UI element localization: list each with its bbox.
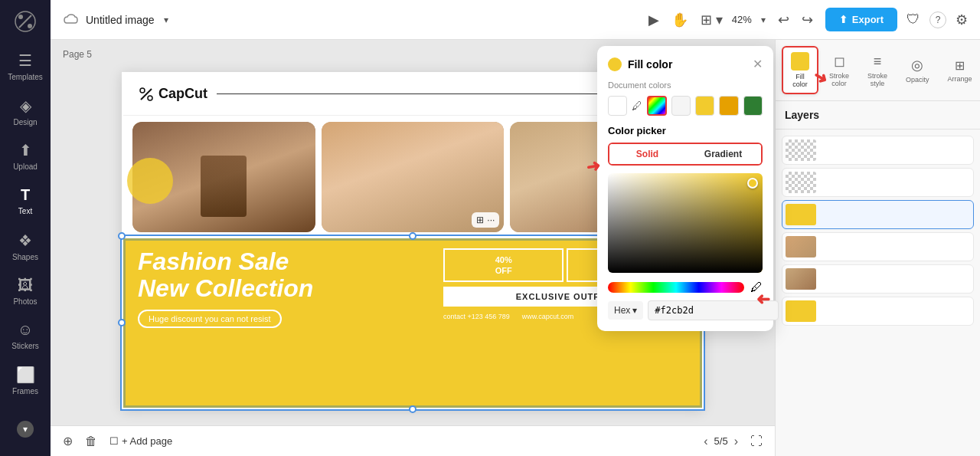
gradient-canvas [608,173,763,273]
redo-button[interactable]: ↪ [799,8,816,31]
swatch-light[interactable] [671,96,691,116]
popup-header: Fill color ✕ [608,57,763,71]
swatch-yellow[interactable] [695,96,714,116]
doc-colors-label: Document colors [608,80,763,90]
layer-thumb-photo2 [786,268,816,290]
trash-button[interactable]: 🗑 [85,435,97,448]
export-button[interactable]: ⬆ Export [825,8,897,31]
file-title-dropdown[interactable]: ▾ [161,11,172,28]
swatch-white[interactable] [608,96,627,116]
swatch-green[interactable] [743,96,763,116]
next-page-button[interactable]: › [734,435,738,448]
layer-thumb-yellow2 [786,300,816,322]
sidebar-item-text[interactable]: T Text [4,180,47,222]
layer-item[interactable] [782,297,974,326]
export-label: Export [852,14,884,25]
svg-point-4 [140,88,145,93]
sidebar-item-shapes[interactable]: ❖ Shapes [4,225,47,267]
cloud-icon [63,11,80,28]
layer-item[interactable] [782,136,974,165]
fill-color-title: Fill color [628,58,672,71]
color-picker-label: Color picker [608,125,763,136]
popup-title: Fill color [608,57,672,71]
close-popup-button[interactable]: ✕ [753,57,763,71]
tab-opacity[interactable]: ◎ Opacity [898,52,937,88]
sidebar-item-label: Frames [12,387,38,395]
photo-actions: ⊞ ··· [472,212,499,228]
color-dot [608,57,622,71]
topbar-center: ▶ ✋ ⊞ ▾ 42% ▾ ↩ ↪ [645,8,816,31]
undo-button[interactable]: ↩ [775,8,792,31]
add-page-button[interactable]: ☐ + Add page [109,435,172,447]
templates-icon: ☰ [18,51,32,70]
app-logo[interactable] [10,6,41,36]
promo1-line2: OFF [449,265,558,276]
swatch-orange[interactable] [719,96,738,116]
hue-slider[interactable] [608,282,744,293]
sidebar-item-label: Text [18,207,32,215]
svg-point-5 [148,96,152,100]
brand-logo: CapCut [139,86,207,102]
left-sidebar: ☰ Templates ◈ Design ⬆ Upload T Text ❖ S… [0,0,51,456]
sidebar-item-more[interactable]: ▾ [4,408,47,450]
shapes-icon: ❖ [18,231,32,250]
banner-divider [217,93,606,94]
contact-text: contact +123 456 789 [443,313,510,320]
stroke-color-tab-icon: ◻ [834,53,845,70]
tab-fill-color[interactable]: Fillcolor [782,46,818,94]
more-icon: ··· [487,215,495,225]
duplicate-button[interactable]: ⊕ [63,434,73,448]
hex-dropdown-arrow: ▾ [632,305,637,316]
page-label: Page 5 [63,49,92,60]
settings-icon[interactable]: ⚙ [956,11,968,28]
solid-gradient-toggle: Solid Gradient [608,143,763,166]
export-icon: ⬆ [839,14,848,25]
sidebar-item-frames[interactable]: ⬜ Frames [4,360,47,402]
tab-stroke-style-label: Strokestyle [867,72,887,87]
tab-stroke-style[interactable]: ≡ Strokestyle [860,49,895,92]
hand-tool-button[interactable]: ✋ [668,8,691,31]
prev-page-button[interactable]: ‹ [704,435,707,448]
layer-item[interactable] [782,264,974,294]
layout-button[interactable]: ⊞ ▾ [697,8,726,31]
photos-icon: 🖼 [18,277,33,294]
stickers-icon: ☺ [18,321,33,339]
eyedropper-small-icon[interactable]: 🖊 [632,100,642,112]
swatch-rainbow[interactable] [647,96,666,116]
sidebar-item-upload[interactable]: ⬆ Upload [4,135,47,177]
page-count: 5/5 [714,435,728,447]
add-page-icon: ☐ [109,435,119,447]
help-icon[interactable]: ? [929,11,946,28]
hex-label-text: Hex [614,305,630,316]
solid-button[interactable]: Solid [609,144,685,164]
page-navigation: ‹ 5/5 › [704,435,738,448]
hex-format-selector[interactable]: Hex ▾ [608,301,643,320]
fullscreen-button[interactable]: ⛶ [750,435,763,448]
sidebar-item-label: Stickers [11,342,39,350]
shield-icon[interactable]: 🛡 [906,11,920,28]
tab-arrange[interactable]: ⊞ Arrange [940,54,980,87]
website-text: www.capcut.com [522,313,574,320]
photo-2[interactable]: ⊞ ··· [322,122,505,232]
layer-thumb [786,139,816,161]
gradient-button[interactable]: Gradient [685,144,761,164]
hex-row: Hex ▾ [608,300,763,320]
opacity-tab-icon: ◎ [911,57,923,74]
color-gradient-picker[interactable] [608,173,763,273]
layers-title: Layers [776,101,980,130]
add-page-label: + Add page [122,435,172,447]
zoom-dropdown[interactable]: ▾ [758,11,769,28]
tab-fill-label: Fillcolor [792,73,808,88]
play-button[interactable]: ▶ [645,8,662,31]
layer-item[interactable] [782,232,974,261]
layer-item[interactable] [782,168,974,197]
topbar: Untitled image ▾ ▶ ✋ ⊞ ▾ 42% ▾ ↩ ↪ ⬆ Exp… [51,0,980,40]
layer-item-selected[interactable] [782,200,974,229]
sidebar-item-photos[interactable]: 🖼 Photos [4,270,47,312]
sidebar-item-design[interactable]: ◈ Design [4,90,47,133]
sidebar-item-templates[interactable]: ☰ Templates [4,45,47,87]
file-name: Untitled image [86,14,155,26]
sidebar-item-stickers[interactable]: ☺ Stickers [4,315,47,357]
sidebar-item-label: Photos [13,297,37,306]
color-selector-circle[interactable] [747,178,758,189]
